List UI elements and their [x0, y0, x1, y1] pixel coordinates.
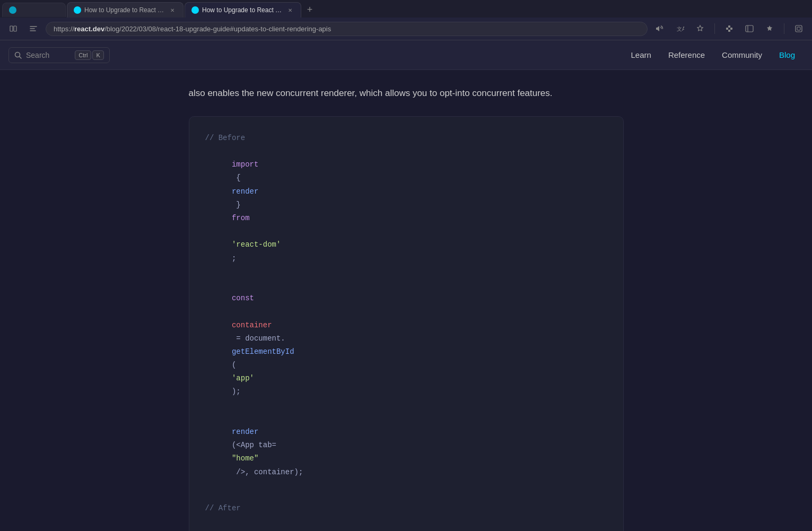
intro-text: also enables the new concurrent renderer…: [189, 86, 624, 101]
tab-1-label: How to Upgrade to React 18 – R: [84, 6, 165, 14]
immersive-reader-icon[interactable]: [25, 21, 41, 37]
tab-bar: How to Upgrade to React 18 – R ✕ How to …: [0, 0, 812, 18]
address-bar[interactable]: https://react.dev/blog/2022/03/08/react-…: [46, 22, 648, 36]
svg-rect-5: [728, 25, 730, 28]
tab-favicon-2: [191, 6, 199, 14]
svg-line-12: [20, 56, 22, 58]
tab-2-label: How to Upgrade to React 18 – R: [202, 6, 283, 14]
favorite-star-icon[interactable]: [692, 21, 708, 37]
tab-2-close[interactable]: ✕: [286, 6, 294, 14]
svg-rect-9: [796, 25, 802, 32]
divider-1: [714, 23, 715, 34]
code-line-render1: render (<App tab= "home" />, container);: [205, 412, 607, 492]
reader-view-icon[interactable]: [5, 21, 21, 37]
tab-inactive-left[interactable]: [2, 3, 66, 17]
code-line-container1: const container = document. getElementBy…: [205, 278, 607, 412]
ctrl-key: Ctrl: [75, 50, 91, 60]
divider-2: [784, 23, 784, 34]
nav-links: Learn Reference Community Blog: [623, 40, 804, 70]
k-key: K: [92, 50, 103, 60]
code-line-after1: // After: [205, 502, 607, 515]
address-text: https://react.dev/blog/2022/03/08/react-…: [54, 25, 331, 33]
code-space-1: [205, 492, 607, 502]
tab-favicon: [9, 6, 16, 14]
translate-icon[interactable]: 文A: [672, 21, 688, 37]
svg-rect-10: [797, 27, 800, 30]
svg-rect-6: [728, 30, 730, 32]
address-path: /blog/2022/03/08/react-18-upgrade-guide#…: [104, 25, 331, 33]
favorites-bar-icon[interactable]: [762, 21, 778, 37]
svg-rect-4: [730, 28, 732, 30]
code-line-import1: import { render } from 'react-dom' ;: [205, 145, 607, 278]
nav-reference[interactable]: Reference: [660, 40, 713, 70]
code-line-before1: // Before: [205, 132, 607, 145]
sidebar-icon[interactable]: [741, 21, 757, 37]
svg-rect-3: [726, 28, 728, 30]
svg-rect-7: [746, 25, 753, 32]
svg-text:文A: 文A: [677, 26, 684, 32]
nav-community[interactable]: Community: [713, 40, 771, 70]
search-placeholder: Search: [26, 51, 49, 59]
code-line-import2: import { createRoot } from 'react-dom/cl…: [205, 515, 607, 531]
tab-1[interactable]: How to Upgrade to React 18 – R ✕: [67, 2, 184, 18]
collections-icon[interactable]: [791, 21, 807, 37]
search-box[interactable]: Search Ctrl K: [8, 47, 110, 63]
extensions-icon[interactable]: [721, 21, 737, 37]
search-icon: [14, 51, 22, 59]
svg-rect-1: [14, 26, 16, 31]
svg-rect-0: [10, 26, 13, 31]
nav-blog[interactable]: Blog: [771, 40, 804, 70]
read-aloud-icon[interactable]: [652, 21, 668, 37]
search-shortcut: Ctrl K: [75, 50, 103, 60]
tab-1-close[interactable]: ✕: [168, 6, 177, 14]
tab-favicon-1: [74, 6, 81, 14]
page-content: also enables the new concurrent renderer…: [168, 70, 645, 531]
address-bar-row: https://react.dev/blog/2022/03/08/react-…: [0, 18, 812, 40]
browser-chrome: How to Upgrade to React 18 – R ✕ How to …: [0, 0, 812, 40]
site-navigation: Search Ctrl K Learn Reference Community …: [0, 40, 812, 70]
tab-2[interactable]: How to Upgrade to React 18 – R ✕: [185, 2, 301, 18]
code-block-1: // Before import { render } from 'react-…: [189, 116, 624, 531]
nav-learn[interactable]: Learn: [623, 40, 660, 70]
new-tab-button[interactable]: +: [302, 3, 317, 18]
